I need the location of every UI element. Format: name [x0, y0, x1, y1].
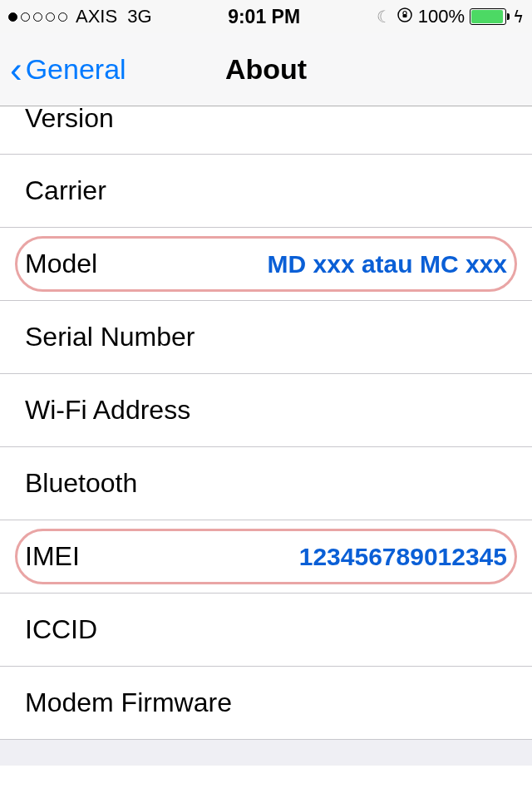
signal-strength-icon	[8, 12, 67, 22]
page-title: About	[225, 53, 307, 86]
row-label: Bluetooth	[25, 468, 137, 499]
carrier-label: AXIS	[76, 6, 117, 27]
row-serial-number[interactable]: Serial Number	[0, 301, 532, 374]
row-value: MD xxx atau MC xxx	[268, 250, 507, 278]
back-button[interactable]: ‹ General	[10, 52, 126, 88]
status-left: AXIS 3G	[8, 6, 152, 27]
row-label: Wi-Fi Address	[25, 395, 190, 426]
status-bar: AXIS 3G 9:01 PM ☾ 100% ϟ	[0, 0, 532, 33]
row-label: Carrier	[25, 175, 106, 206]
row-imei[interactable]: IMEI 123456789012345	[0, 520, 532, 594]
row-bluetooth[interactable]: Bluetooth	[0, 447, 532, 520]
battery-percentage: 100%	[418, 6, 465, 27]
row-wifi-address[interactable]: Wi-Fi Address	[0, 374, 532, 447]
row-version[interactable]: Version	[0, 106, 532, 155]
row-label: Serial Number	[25, 322, 195, 352]
footer-spacer	[0, 739, 532, 766]
row-label: Version	[25, 103, 114, 134]
about-list: Version Carrier Model MD xxx atau MC xxx…	[0, 106, 532, 740]
row-label: Modem Firmware	[25, 687, 232, 718]
back-label: General	[26, 53, 126, 86]
row-label: ICCID	[25, 614, 97, 645]
row-label: Model	[25, 249, 97, 279]
row-value: 123456789012345	[299, 543, 507, 571]
svg-rect-1	[402, 14, 406, 17]
battery-icon	[470, 8, 506, 25]
do-not-disturb-icon: ☾	[377, 7, 392, 27]
row-carrier[interactable]: Carrier	[0, 155, 532, 228]
row-iccid[interactable]: ICCID	[0, 594, 532, 667]
chevron-left-icon: ‹	[10, 52, 22, 88]
rotation-lock-icon	[397, 7, 413, 27]
status-time: 9:01 PM	[228, 6, 300, 28]
status-right: ☾ 100% ϟ	[377, 6, 524, 27]
row-label: IMEI	[25, 541, 80, 572]
row-modem-firmware[interactable]: Modem Firmware	[0, 667, 532, 740]
charging-icon: ϟ	[513, 7, 524, 27]
row-model[interactable]: Model MD xxx atau MC xxx	[0, 228, 532, 301]
network-type-label: 3G	[127, 6, 151, 27]
nav-bar: ‹ General About	[0, 33, 532, 106]
